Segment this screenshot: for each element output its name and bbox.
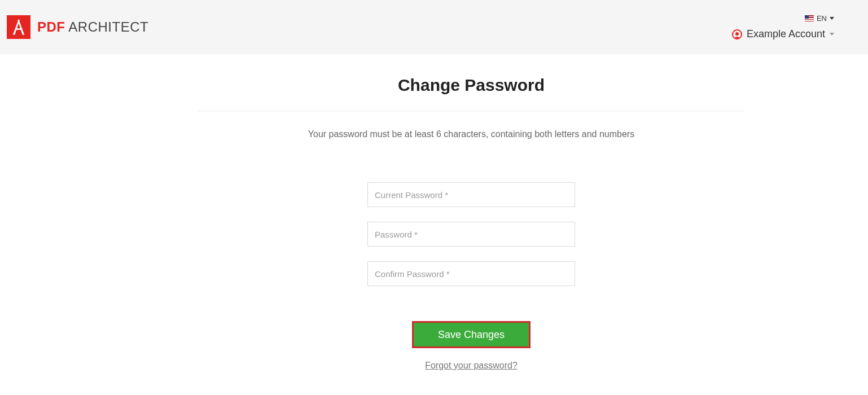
change-password-form [367, 182, 575, 286]
brand-logo-text: PDF ARCHITECT [37, 19, 148, 35]
forgot-password-link[interactable]: Forgot your password? [198, 361, 745, 371]
svg-rect-0 [15, 28, 21, 30]
header-controls: EN Example Account [732, 14, 857, 40]
page-title: Change Password [198, 76, 745, 111]
language-label: EN [817, 14, 827, 23]
brand-arch-text: ARCHITECT [65, 19, 149, 34]
main-content: Change Password Your password must be at… [198, 54, 745, 371]
svg-point-1 [17, 20, 20, 22]
language-selector[interactable]: EN [805, 14, 834, 23]
current-password-input[interactable] [367, 182, 575, 207]
us-flag-icon [805, 15, 814, 21]
app-header: PDF ARCHITECT EN Example Account [0, 0, 868, 54]
password-hint: Your password must be at least 6 charact… [198, 129, 745, 139]
confirm-password-input[interactable] [367, 261, 575, 286]
brand-pdf-text: PDF [37, 19, 65, 34]
chevron-down-icon [830, 17, 834, 20]
brand-logo[interactable]: PDF ARCHITECT [7, 15, 148, 39]
new-password-input[interactable] [367, 222, 575, 247]
brand-logo-icon [7, 15, 30, 39]
save-changes-button[interactable]: Save Changes [412, 321, 531, 348]
user-icon [732, 29, 742, 40]
account-menu[interactable]: Example Account [732, 28, 834, 40]
chevron-down-icon [830, 33, 834, 36]
account-name-label: Example Account [747, 28, 825, 40]
